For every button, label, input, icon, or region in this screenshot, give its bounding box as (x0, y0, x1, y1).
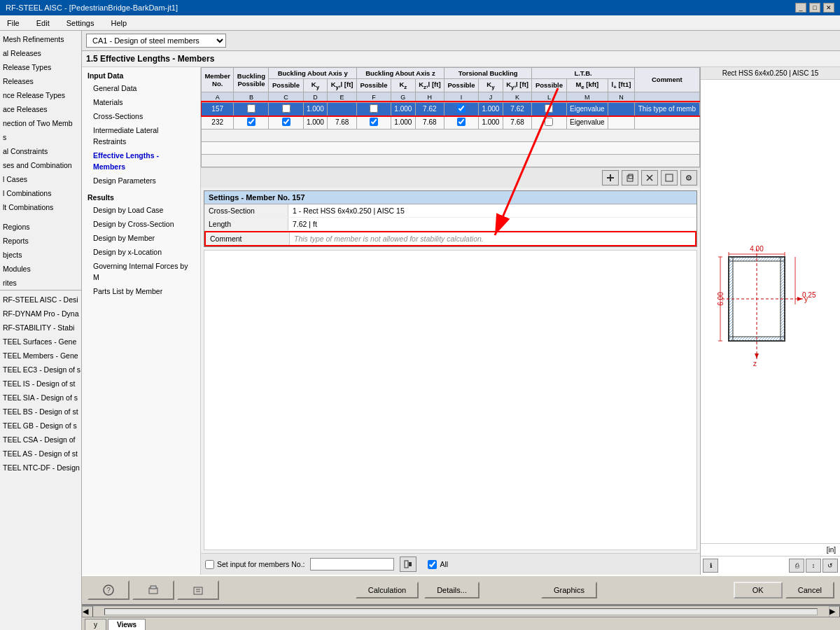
scroll-right-btn[interactable]: ▶ (829, 606, 840, 617)
cs-refresh-button[interactable]: ↺ (822, 559, 838, 573)
sidebar-item-modules[interactable]: Modules (0, 262, 81, 276)
sidebar-item-al-constraints[interactable]: al Constraints (0, 144, 81, 158)
maximize-button[interactable]: □ (809, 3, 820, 13)
cell-ltb-possible-232[interactable] (532, 115, 566, 129)
tab-views[interactable]: Views (108, 619, 146, 630)
toolbar-btn-1[interactable] (602, 170, 619, 186)
all-checkbox[interactable] (428, 560, 437, 569)
menu-file[interactable]: File (3, 18, 24, 29)
set-input-checkbox[interactable] (205, 560, 214, 569)
checkbox-buckling-157[interactable] (247, 104, 255, 113)
sidebar-item-teel-as[interactable]: TEEL AS - Design of st (0, 447, 81, 461)
sidebar-item-ses-combination[interactable]: ses and Combination (0, 158, 81, 172)
checkbox-ky-possible-232[interactable] (282, 118, 290, 126)
sidebar-item-teel-sia[interactable]: TEEL SIA - Design of s (0, 391, 81, 405)
members-no-input[interactable] (310, 558, 394, 570)
sidebar-item-teel-surfaces[interactable]: TEEL Surfaces - Gene (0, 335, 81, 349)
sidebar-item-l-combinations[interactable]: l Combinations (0, 186, 81, 200)
tree-design-cross-section[interactable]: Design by Cross-Section (82, 217, 200, 231)
sidebar-item-releases[interactable]: Releases (0, 74, 81, 88)
scroll-bar[interactable]: ◀ ▶ (82, 606, 840, 617)
cell-tky-possible-232[interactable] (444, 115, 478, 129)
tree-cross-sections[interactable]: Cross-Sections (82, 109, 200, 123)
toolbar-btn-3[interactable] (641, 170, 658, 186)
graphics-button[interactable]: Graphics (541, 582, 597, 598)
sidebar-item-teel-ec3[interactable]: TEEL EC3 - Design of s (0, 363, 81, 377)
checkbox-ltb-possible-232[interactable] (545, 118, 553, 126)
tab-y[interactable]: y (85, 619, 106, 630)
cell-buckling-232[interactable] (234, 115, 269, 129)
tree-effective-lengths[interactable]: Effective Lengths - Members (82, 148, 200, 174)
table-row[interactable]: 157 1.000 1.000 7.62 1.000 (202, 102, 700, 115)
sidebar-item-nce-release-types[interactable]: nce Release Types (0, 88, 81, 102)
sidebar-item-lt-combinations[interactable]: lt Combinations (0, 200, 81, 214)
close-button[interactable]: ✕ (823, 3, 834, 13)
sidebar-item-mesh-refinements[interactable]: Mesh Refinements (0, 32, 81, 46)
export-button[interactable] (177, 580, 219, 600)
cancel-button[interactable]: Cancel (785, 582, 834, 598)
tree-governing-internal[interactable]: Governing Internal Forces by M (82, 259, 200, 284)
details-button[interactable]: Details... (424, 582, 479, 598)
sidebar-item-rf-stability[interactable]: RF-STABILITY - Stabi (0, 321, 81, 335)
sidebar-item-release-types[interactable]: Release Types (0, 60, 81, 74)
sidebar-item-nection[interactable]: nection of Two Memb (0, 116, 81, 130)
menu-help[interactable]: Help (106, 18, 131, 29)
checkbox-tky-possible-157[interactable] (457, 104, 465, 113)
tree-design-load-case[interactable]: Design by Load Case (82, 203, 200, 217)
tree-design-member[interactable]: Design by Member (82, 231, 200, 245)
sidebar-item-teel-ntc[interactable]: TEEL NTC-DF - Design (0, 461, 81, 475)
checkbox-buckling-232[interactable] (247, 118, 255, 126)
tree-materials[interactable]: Materials (82, 95, 200, 109)
sidebar-item-regions[interactable]: Regions (0, 220, 81, 234)
tree-design-parameters[interactable]: Design Parameters (82, 174, 200, 188)
cell-tky-possible-157[interactable] (444, 102, 478, 115)
sidebar-item-rf-dynam[interactable]: RF-DYNAM Pro - Dyna (0, 307, 81, 321)
cell-kz-possible-157[interactable] (356, 102, 391, 115)
toolbar-btn-2[interactable] (622, 170, 638, 186)
cs-info-button[interactable]: ℹ (703, 559, 718, 573)
table-row[interactable]: 232 1.000 7.68 1.000 7.68 1.000 (202, 115, 700, 129)
cell-buckling-157[interactable] (234, 102, 269, 115)
cs-settings-button[interactable]: ↕ (806, 559, 821, 573)
tree-parts-list[interactable]: Parts List by Member (82, 284, 200, 298)
sidebar-item-teel-csa[interactable]: TEEL CSA - Design of (0, 433, 81, 447)
sidebar-item-al-releases[interactable]: al Releases (0, 46, 81, 60)
tree-general-data[interactable]: General Data (82, 81, 200, 95)
toolbar-btn-5[interactable] (680, 170, 697, 186)
sidebar-item-bjects[interactable]: bjects (0, 248, 81, 262)
sidebar-item-ace-releases[interactable]: ace Releases (0, 102, 81, 116)
cell-kz-possible-232[interactable] (356, 115, 391, 129)
checkbox-ltb-possible-157[interactable] (545, 104, 553, 113)
scroll-track[interactable] (104, 608, 818, 615)
scroll-left-btn[interactable]: ◀ (82, 606, 93, 617)
sidebar-item-l-cases[interactable]: l Cases (0, 172, 81, 186)
cell-ltb-possible-157[interactable] (532, 102, 566, 115)
sidebar-item-teel-members[interactable]: TEEL Members - Gene (0, 349, 81, 363)
sidebar-item-rf-steel-aisc[interactable]: RF-STEEL AISC - Desi (0, 293, 81, 307)
sidebar-item-rites[interactable]: rites (0, 276, 81, 290)
sidebar-item-s[interactable]: s (0, 130, 81, 144)
ok-button[interactable]: OK (734, 582, 783, 598)
toolbar-btn-4[interactable] (661, 170, 678, 186)
cell-ky-possible-157[interactable] (269, 102, 303, 115)
design-case-dropdown[interactable]: CA1 - Design of steel members CA2 - Desi… (86, 34, 226, 48)
minimize-button[interactable]: _ (795, 3, 806, 13)
menu-edit[interactable]: Edit (32, 18, 54, 29)
calculation-button[interactable]: Calculation (356, 582, 419, 598)
checkbox-kz-possible-232[interactable] (370, 118, 378, 126)
tree-design-x-location[interactable]: Design by x-Location (82, 245, 200, 259)
sidebar-item-teel-is[interactable]: TEEL IS - Design of st (0, 377, 81, 391)
tree-intermediate-lateral[interactable]: Intermediate Lateral Restraints (82, 123, 200, 148)
checkbox-ky-possible-157[interactable] (282, 104, 290, 113)
checkbox-kz-possible-157[interactable] (370, 104, 378, 113)
checkbox-tky-possible-232[interactable] (457, 118, 465, 126)
sidebar-item-teel-gb[interactable]: TEEL GB - Design of s (0, 419, 81, 433)
cell-ky-possible-232[interactable] (269, 115, 303, 129)
menu-settings[interactable]: Settings (62, 18, 99, 29)
sidebar-item-teel-bs[interactable]: TEEL BS - Design of st (0, 405, 81, 419)
select-members-button[interactable] (400, 556, 416, 572)
print-button[interactable] (132, 580, 174, 600)
sidebar-item-reports[interactable]: Reports (0, 234, 81, 248)
cs-print-button[interactable]: ⎙ (789, 559, 804, 573)
help-button[interactable]: ? (88, 580, 130, 600)
